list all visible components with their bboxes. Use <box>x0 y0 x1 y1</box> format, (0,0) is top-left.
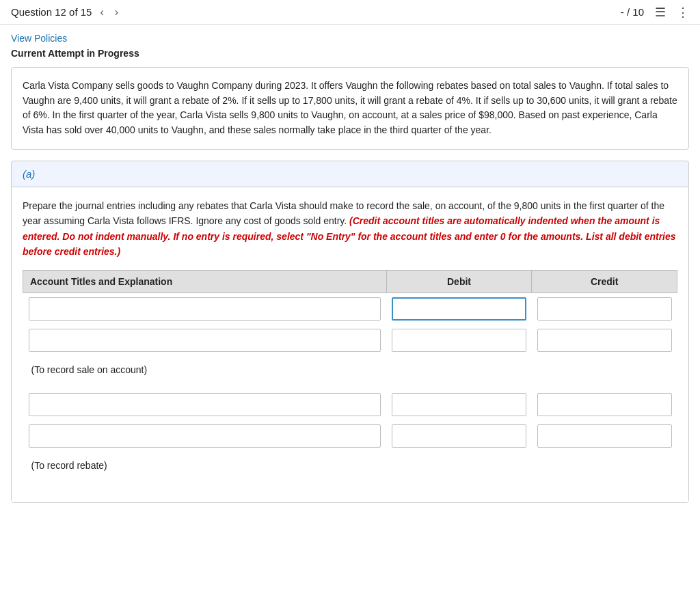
table-row <box>23 389 677 420</box>
note-cell-1: (To record sale on account) <box>23 356 677 389</box>
account-input-1-2[interactable] <box>29 329 381 352</box>
header-left: Question 12 of 15 ‹ › <box>11 5 121 20</box>
debit-input-2-1[interactable] <box>392 393 526 416</box>
account-cell-1-2 <box>23 325 387 356</box>
instruction-text: Prepare the journal entries including an… <box>23 198 677 260</box>
account-input-2-2[interactable] <box>29 424 381 448</box>
credit-input-2-1[interactable] <box>537 393 672 416</box>
credit-cell-2-1 <box>532 389 677 420</box>
prev-button[interactable]: ‹ <box>97 5 106 20</box>
col-header-credit: Credit <box>532 271 677 293</box>
next-button[interactable]: › <box>112 5 121 20</box>
scenario-text: Carla Vista Company sells goods to Vaugh… <box>23 80 677 135</box>
credit-cell-2-2 <box>532 420 677 452</box>
table-row <box>23 325 677 356</box>
debit-cell-2-2 <box>386 420 532 452</box>
debit-cell-1-1 <box>386 293 532 325</box>
list-icon[interactable]: ☰ <box>655 5 666 20</box>
account-cell-2-1 <box>23 389 387 420</box>
debit-input-1-1[interactable] <box>392 297 526 321</box>
header: Question 12 of 15 ‹ › - / 10 ☰ ⋮ <box>0 0 700 25</box>
note-row-2: (To record rebate) <box>23 452 677 485</box>
view-policies-link[interactable]: View Policies <box>11 33 67 44</box>
score-display: - / 10 <box>621 6 644 18</box>
part-body: Prepare the journal entries including an… <box>12 187 688 503</box>
note-text-1: (To record sale on account) <box>29 364 672 375</box>
main-content: View Policies Current Attempt in Progres… <box>0 25 700 511</box>
table-row <box>23 420 677 452</box>
scenario-box: Carla Vista Company sells goods to Vaugh… <box>11 67 689 150</box>
credit-cell-1-1 <box>532 293 677 325</box>
credit-input-2-2[interactable] <box>537 424 672 448</box>
account-input-2-1[interactable] <box>29 393 381 416</box>
credit-cell-1-2 <box>532 325 677 356</box>
part-section: (a) Prepare the journal entries includin… <box>11 161 689 504</box>
account-input-1-1[interactable] <box>29 297 381 321</box>
header-right: - / 10 ☰ ⋮ <box>621 5 689 20</box>
col-header-debit: Debit <box>386 271 532 293</box>
attempt-status: Current Attempt in Progress <box>11 48 689 59</box>
account-cell-1-1 <box>23 293 387 325</box>
debit-input-2-2[interactable] <box>392 424 526 448</box>
part-label: (a) <box>12 161 688 187</box>
credit-input-1-2[interactable] <box>537 329 672 352</box>
question-counter: Question 12 of 15 <box>11 6 92 18</box>
table-row <box>23 293 677 325</box>
debit-cell-2-1 <box>386 389 532 420</box>
more-icon[interactable]: ⋮ <box>677 5 689 20</box>
credit-input-1-1[interactable] <box>537 297 672 321</box>
account-cell-2-2 <box>23 420 387 452</box>
note-row-1: (To record sale on account) <box>23 356 677 389</box>
note-text-2: (To record rebate) <box>29 460 672 471</box>
note-cell-2: (To record rebate) <box>23 452 677 485</box>
debit-input-1-2[interactable] <box>392 329 526 352</box>
journal-table: Account Titles and Explanation Debit Cre… <box>23 270 677 485</box>
debit-cell-1-2 <box>386 325 532 356</box>
col-header-account: Account Titles and Explanation <box>23 271 387 293</box>
table-header-row: Account Titles and Explanation Debit Cre… <box>23 271 677 293</box>
